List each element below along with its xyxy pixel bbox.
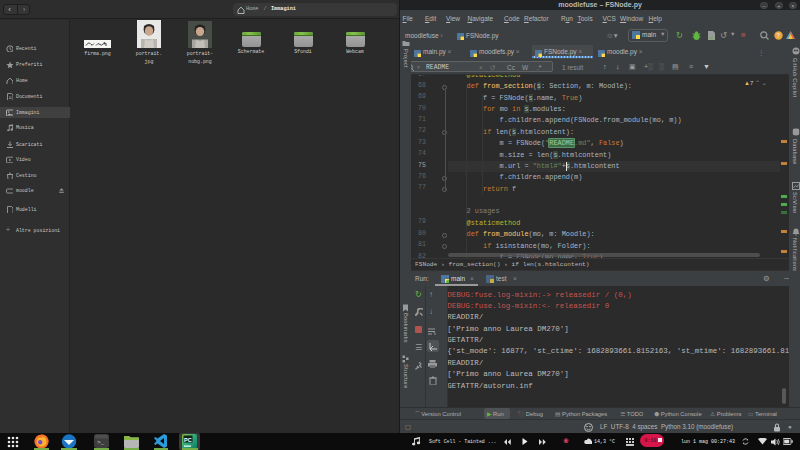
- svg-text:>_: >_: [97, 439, 105, 446]
- svg-text:PC: PC: [184, 437, 192, 443]
- svg-text:?: ?: [776, 32, 780, 39]
